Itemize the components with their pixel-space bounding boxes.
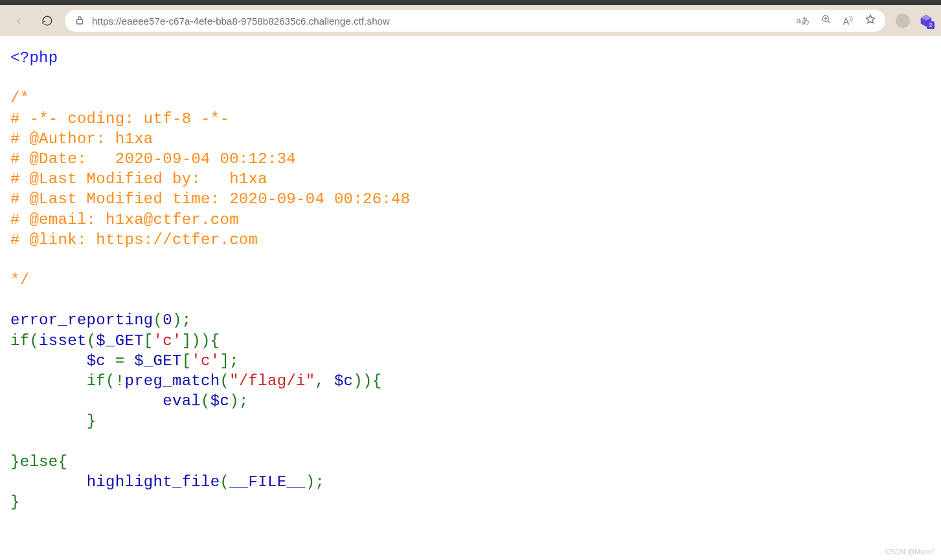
svg-rect-0 [77,19,83,24]
comment-line: # @email: h1xa@ctfer.com [10,211,239,229]
kw-if: if [10,332,29,350]
comment-line: # -*- coding: utf-8 -*- [10,110,229,128]
extension-badge: 2 [927,21,935,29]
lock-icon [74,14,85,28]
url-actions: aあ A)) [796,14,876,28]
comment-line: # @Author: h1xa [10,130,153,148]
read-aloud-icon[interactable]: A)) [843,16,853,27]
php-source: <?php /* # -*- coding: utf-8 -*- # @Auth… [10,48,931,512]
address-bar[interactable]: https://eaeee57e-c67a-4efe-bba8-9758b826… [65,10,885,32]
url-text: https://eaeee57e-c67a-4efe-bba8-9758b826… [92,16,789,27]
tab-strip [0,0,941,5]
comment-line: # @Last Modified time: 2020-09-04 00:26:… [10,190,411,208]
watermark: CSDN @Myon⁵ [885,548,935,556]
comment-line: # @Last Modified by: h1xa [10,170,267,188]
comment-close: */ [10,271,29,289]
page-content: <?php /* # -*- coding: utf-8 -*- # @Auth… [0,36,941,524]
refresh-button[interactable] [36,10,58,32]
comment-line: # @Date: 2020-09-04 00:12:34 [10,150,296,168]
translate-icon[interactable]: aあ [796,15,809,27]
toolbar-right: 2 [892,14,933,28]
php-open-tag: <?php [10,49,58,67]
extension-icon[interactable]: 2 [919,14,933,28]
zoom-icon[interactable] [821,14,832,27]
browser-toolbar: https://eaeee57e-c67a-4efe-bba8-9758b826… [0,5,941,36]
comment-line: # @link: https://ctfer.com [10,231,258,249]
profile-icon[interactable] [896,14,910,28]
back-button[interactable] [8,10,30,32]
comment-open: /* [10,89,29,107]
favorite-icon[interactable] [865,14,876,28]
fn-error-reporting: error_reporting [10,311,153,329]
